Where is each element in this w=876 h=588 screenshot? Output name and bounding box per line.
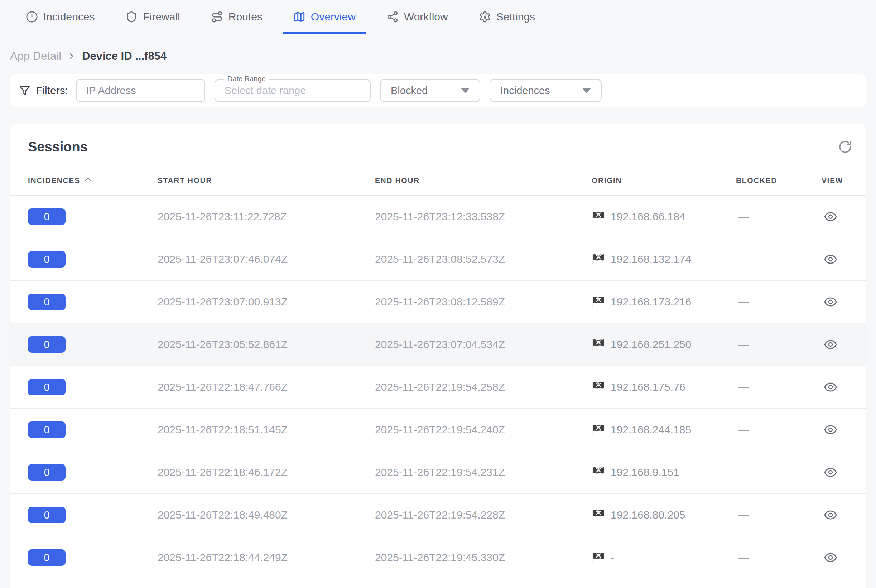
start-hour-cell: 2025-11-26T23:05:52.861Z	[158, 338, 375, 351]
start-hour-cell: 2025-11-26T22:18:49.480Z	[158, 509, 375, 521]
refresh-button[interactable]	[836, 138, 855, 156]
shield-icon	[125, 11, 138, 23]
view-button[interactable]	[822, 251, 839, 267]
end-hour-cell: 2025-11-26T22:19:54.228Z	[375, 509, 592, 521]
incidences-cell: 0	[28, 379, 158, 395]
breadcrumb-current: Device ID ...f854	[82, 50, 166, 63]
blocked-cell: —	[736, 338, 822, 351]
pirate-flag-icon	[592, 338, 605, 351]
end-hour-cell: 2025-11-26T23:08:52.573Z	[375, 253, 592, 266]
tab-firewall[interactable]: Firewall	[116, 0, 190, 34]
pirate-flag-icon	[592, 466, 605, 479]
origin-cell: 192.168.244.185	[592, 423, 736, 436]
view-cell	[822, 208, 855, 225]
column-header-view: VIEW	[822, 176, 855, 185]
view-button[interactable]	[822, 464, 839, 481]
view-button[interactable]	[822, 208, 839, 225]
origin-ip: 192.168.175.76	[610, 381, 686, 393]
start-hour-cell: 2025-11-26T22:18:51.145Z	[158, 424, 375, 436]
tab-overview[interactable]: Overview	[283, 0, 366, 34]
origin-ip: 192.168.251.250	[610, 338, 691, 351]
tab-incidences[interactable]: Incidences	[16, 0, 105, 34]
origin-cell: 192.168.80.205	[592, 508, 736, 521]
date-range-placeholder: Select date range	[225, 85, 306, 97]
column-header-origin: ORIGIN	[592, 176, 736, 185]
column-header-incidences[interactable]: INCIDENCES	[28, 176, 158, 185]
sessions-title: Sessions	[28, 139, 88, 155]
view-button[interactable]	[822, 336, 839, 353]
breadcrumb: App Detail Device ID ...f854	[10, 47, 876, 65]
view-button[interactable]	[822, 549, 839, 566]
date-range-label: Date Range	[224, 75, 269, 83]
blocked-cell: —	[736, 509, 822, 521]
start-hour-cell: 2025-11-26T22:18:46.172Z	[158, 466, 375, 478]
view-button[interactable]	[822, 379, 839, 395]
tab-routes[interactable]: Routes	[201, 0, 273, 34]
table-row: 0 2025-11-26T23:11:22.728Z 2025-11-26T23…	[10, 195, 866, 238]
table-row: 0 2025-11-26T23:05:52.861Z 2025-11-26T23…	[10, 323, 866, 366]
pirate-flag-icon	[592, 423, 605, 436]
origin-cell: 192.168.132.174	[592, 253, 736, 266]
incidences-select[interactable]: Incidences	[490, 79, 602, 102]
view-eye-icon	[824, 338, 837, 351]
end-hour-cell: 2025-11-26T23:12:33.538Z	[375, 211, 592, 223]
refresh-icon	[838, 140, 852, 154]
incidences-badge: 0	[28, 464, 66, 481]
incidences-badge: 0	[28, 251, 66, 267]
origin-ip: 192.168.9.151	[610, 466, 680, 478]
incidences-badge: 0	[28, 379, 66, 395]
start-hour-cell: 2025-11-26T22:18:44.249Z	[158, 552, 375, 564]
view-button[interactable]	[822, 422, 839, 438]
tab-label: Overview	[311, 11, 356, 23]
end-hour-cell: 2025-11-26T22:19:45.330Z	[375, 552, 592, 564]
caret-down-icon	[461, 88, 470, 93]
caret-down-icon	[582, 88, 591, 93]
tab-settings[interactable]: Settings	[469, 0, 545, 34]
view-eye-icon	[824, 551, 837, 564]
view-eye-icon	[824, 295, 837, 309]
incidences-badge: 0	[28, 294, 66, 310]
top-nav: Incidences Firewall Routes Overview Work…	[0, 0, 876, 34]
origin-cell: 192.168.251.250	[592, 338, 736, 351]
pirate-flag-icon	[592, 210, 605, 223]
tab-label: Workflow	[404, 11, 448, 23]
breadcrumb-parent-link[interactable]: App Detail	[10, 50, 61, 63]
view-button[interactable]	[822, 507, 839, 523]
incidences-select-value: Incidences	[500, 85, 550, 97]
ip-address-input[interactable]	[76, 79, 205, 102]
pirate-flag-icon	[592, 296, 605, 308]
column-header-blocked: BLOCKED	[736, 176, 822, 185]
blocked-cell: —	[736, 253, 822, 266]
incidences-cell: 0	[28, 549, 158, 566]
map-icon	[293, 11, 306, 23]
end-hour-cell: 2025-11-26T22:19:54.258Z	[375, 381, 592, 393]
view-button[interactable]	[822, 294, 839, 310]
sessions-table-header: INCIDENCES START HOUR END HOUR ORIGIN BL…	[10, 156, 866, 195]
tab-label: Routes	[228, 11, 262, 23]
filter-bar: Filters: Date Range Select date range Bl…	[10, 75, 866, 107]
view-eye-icon	[824, 423, 837, 436]
gear-bolt-icon	[479, 11, 491, 23]
blocked-cell: —	[736, 424, 822, 436]
view-cell	[822, 422, 855, 438]
end-hour-cell: 2025-11-26T22:19:54.240Z	[375, 424, 592, 436]
blocked-select-value: Blocked	[391, 85, 428, 97]
view-eye-icon	[824, 465, 837, 479]
column-header-start-hour: START HOUR	[158, 176, 375, 185]
chevron-right-icon	[67, 52, 76, 61]
route-icon	[211, 11, 223, 23]
view-cell	[822, 379, 855, 395]
blocked-select[interactable]: Blocked	[380, 79, 480, 102]
date-range-input[interactable]: Date Range Select date range	[214, 79, 370, 102]
origin-cell: 192.168.9.151	[592, 466, 736, 479]
filters-label: Filters:	[20, 84, 68, 97]
view-cell	[822, 251, 855, 267]
sessions-card-header: Sessions	[10, 124, 866, 156]
origin-ip: 192.168.66.184	[610, 211, 686, 223]
tab-workflow[interactable]: Workflow	[376, 0, 458, 34]
blocked-cell: —	[736, 296, 822, 308]
tab-label: Settings	[496, 11, 535, 23]
pirate-flag-icon	[592, 551, 605, 564]
start-hour-cell: 2025-11-26T23:07:00.913Z	[158, 296, 375, 308]
blocked-cell: —	[736, 466, 822, 478]
